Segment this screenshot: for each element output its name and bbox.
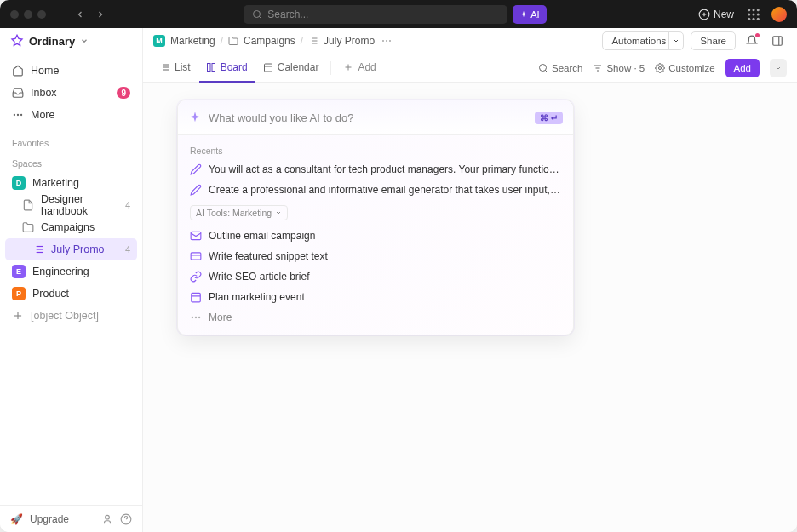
share-button[interactable]: Share — [691, 31, 736, 50]
new-button[interactable]: New — [698, 9, 734, 20]
traffic-maximize[interactable] — [37, 10, 46, 19]
svg-rect-37 — [212, 64, 215, 72]
svg-point-9 — [753, 13, 755, 15]
user-avatar[interactable] — [771, 7, 787, 22]
svg-point-55 — [198, 317, 200, 318]
svg-rect-36 — [207, 64, 210, 72]
search-box[interactable]: Search... — [244, 5, 507, 24]
plus-circle-icon — [698, 9, 710, 20]
help-icon[interactable] — [120, 513, 132, 525]
tab-board[interactable]: Board — [199, 54, 255, 83]
breadcrumb-more[interactable]: ⋯ — [381, 35, 392, 47]
nav-more[interactable]: More — [5, 104, 137, 126]
calendar-icon — [190, 291, 202, 303]
automations-button[interactable]: Automations — [602, 31, 675, 50]
favorites-label[interactable]: Favorites — [0, 131, 142, 152]
svg-point-53 — [192, 317, 193, 318]
space-marketing[interactable]: D Marketing — [5, 172, 137, 194]
main-content: M Marketing / Campaigns / July Promo ⋯ A… — [143, 28, 797, 532]
sparkle-icon — [188, 111, 202, 124]
shortcut-badge: ⌘ ↵ — [535, 112, 563, 124]
apps-grid-icon[interactable] — [746, 7, 761, 22]
tab-list-label: List — [175, 61, 191, 73]
tab-list[interactable]: List — [153, 54, 198, 83]
ai-more[interactable]: More — [178, 307, 573, 328]
recent-item-2-text: Create a professional and informative em… — [209, 184, 561, 196]
calendar-icon — [263, 62, 273, 72]
home-icon — [12, 65, 24, 77]
add-button[interactable]: Add — [725, 59, 760, 77]
space-engineering-icon: E — [12, 265, 26, 278]
tool-plan-event[interactable]: Plan marketing event — [178, 287, 573, 307]
svg-point-15 — [21, 114, 22, 115]
inbox-badge: 9 — [117, 87, 130, 99]
workspace-switcher[interactable]: Ordinary — [0, 28, 142, 54]
chevron-down-icon — [275, 209, 282, 216]
search-wrapper: Search... AI — [109, 5, 681, 24]
sidebar-campaigns[interactable]: Campaigns — [5, 216, 137, 238]
ai-prompt-input[interactable] — [209, 112, 528, 124]
panel-toggle-button[interactable] — [768, 31, 787, 50]
list-icon — [308, 36, 318, 46]
toolbar-customize-label: Customize — [668, 63, 714, 73]
ai-panel-header: ⌘ ↵ — [178, 100, 573, 134]
space-engineering[interactable]: E Engineering — [5, 260, 137, 283]
traffic-minimize[interactable] — [24, 10, 32, 19]
pencil-icon — [190, 163, 202, 175]
upgrade-link[interactable]: Upgrade — [30, 513, 69, 525]
forward-button[interactable] — [92, 6, 109, 23]
nav-inbox[interactable]: Inbox 9 — [5, 82, 137, 104]
space-marketing-label: Marketing — [32, 177, 79, 189]
more-icon — [190, 312, 202, 323]
designer-handbook-count: 4 — [125, 200, 130, 210]
new-label: New — [714, 9, 734, 20]
breadcrumb-sep: / — [301, 35, 303, 47]
toolbar-show-label: Show · 5 — [606, 63, 645, 73]
toolbar-show[interactable]: Show · 5 — [593, 63, 645, 73]
spaces-label[interactable]: Spaces — [0, 152, 142, 172]
tool-4-text: Plan marketing event — [209, 291, 305, 303]
svg-point-6 — [753, 9, 755, 11]
tool-seo-brief[interactable]: Write SEO article brief — [178, 266, 573, 287]
back-button[interactable] — [72, 6, 89, 23]
campaigns-label: Campaigns — [41, 221, 95, 233]
space-product[interactable]: P Product — [5, 283, 137, 305]
breadcrumb-folder[interactable]: Campaigns — [244, 35, 295, 47]
ai-tools-filter[interactable]: AI Tools: Marketing — [190, 205, 288, 220]
search-icon — [538, 63, 548, 73]
breadcrumb-space[interactable]: Marketing — [170, 35, 215, 47]
sidebar-designer-handbook[interactable]: Designer handbook 4 — [5, 194, 137, 216]
automations-dropdown[interactable] — [668, 31, 684, 50]
add-dropdown[interactable] — [770, 59, 787, 77]
notification-button[interactable] — [743, 31, 761, 50]
view-tabs: List Board Calendar Add — [143, 54, 797, 83]
board-icon — [206, 62, 216, 72]
toolbar-search[interactable]: Search — [538, 63, 582, 73]
ai-more-text: More — [209, 312, 232, 323]
tool-featured-snippet[interactable]: Write featured snippet text — [178, 246, 573, 266]
rocket-icon: 🚀 — [10, 513, 23, 525]
toolbar-customize[interactable]: Customize — [655, 63, 714, 73]
search-icon — [252, 9, 262, 20]
person-icon[interactable] — [101, 513, 113, 525]
recent-item-2[interactable]: Create a professional and informative em… — [178, 180, 573, 200]
nav-home[interactable]: Home — [5, 60, 137, 82]
space-product-label: Product — [32, 288, 69, 300]
discover-spaces[interactable]: [object Object] — [5, 305, 137, 327]
traffic-close[interactable] — [10, 10, 19, 19]
recent-item-1[interactable]: You will act as a consultant for tech pr… — [178, 159, 573, 180]
svg-point-7 — [757, 9, 760, 11]
breadcrumb-sep: / — [221, 35, 223, 47]
svg-rect-49 — [191, 253, 201, 260]
designer-handbook-label: Designer handbook — [41, 193, 118, 217]
pencil-icon — [190, 184, 202, 196]
svg-rect-51 — [192, 293, 201, 302]
breadcrumb-item[interactable]: July Promo — [324, 35, 375, 47]
tool-outline-email[interactable]: Outline email campaign — [178, 226, 573, 246]
svg-point-25 — [106, 515, 110, 519]
tab-add[interactable]: Add — [336, 54, 382, 83]
tab-calendar[interactable]: Calendar — [256, 54, 326, 83]
sidebar-july-promo[interactable]: July Promo 4 — [5, 238, 137, 260]
plus-icon — [12, 310, 24, 322]
ai-button[interactable]: AI — [513, 5, 546, 24]
